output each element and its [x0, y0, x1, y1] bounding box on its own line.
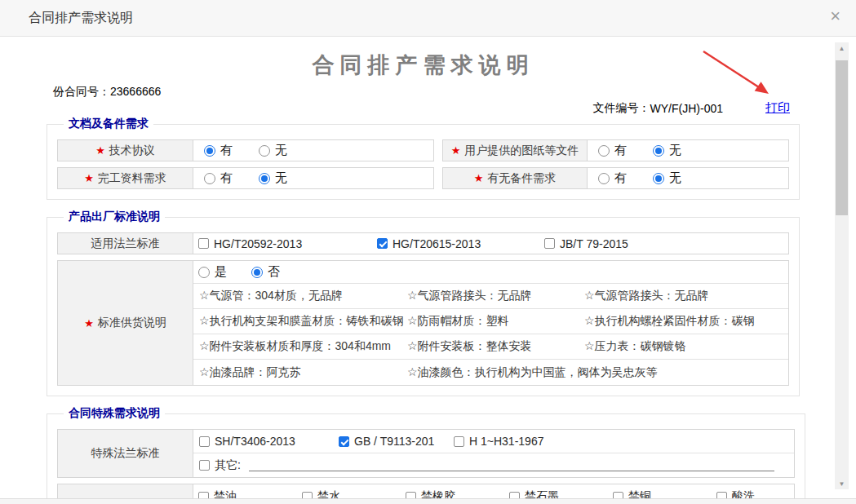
- supply-detail-item: ☆防雨帽材质：塑料: [407, 314, 584, 329]
- section-special-legend: 合同特殊需求说明: [64, 406, 165, 421]
- supply-detail-row: ☆油漆品牌：阿克苏 ☆油漆颜色：执行机构为中国蓝，阀体为吴忠灰等: [193, 360, 788, 385]
- scroll-up-icon[interactable]: ▲: [835, 42, 849, 54]
- radio-label: 有: [614, 143, 627, 158]
- radio-label: 有: [220, 143, 233, 158]
- radio-icon[interactable]: [259, 145, 270, 157]
- radio-option-no[interactable]: 无: [653, 170, 681, 186]
- row-value-cell: HG/T20592-2013 HG/T20615-2013 JB/T 79-20…: [193, 233, 788, 254]
- radio-icon[interactable]: [598, 145, 610, 157]
- checkbox-option[interactable]: GB / T9113-201: [339, 435, 454, 448]
- checkbox-option[interactable]: JB/T 79-2015: [544, 237, 628, 250]
- radio-label: 是: [215, 264, 227, 280]
- row-value-cell: 有 无: [588, 168, 788, 188]
- radio-icon[interactable]: [204, 173, 215, 184]
- checkbox-icon[interactable]: [199, 460, 210, 471]
- radio-icon[interactable]: [598, 173, 610, 184]
- row-label-cell: ★ 技术协议: [58, 140, 193, 161]
- required-star: ★: [84, 317, 94, 329]
- contract-number-label: 份合同号：: [53, 85, 110, 98]
- checkbox-option[interactable]: SH/T3406-2013: [199, 435, 339, 448]
- supply-detail-item: ☆压力表：碳钢镀铬: [584, 339, 788, 354]
- row-label-cell: 适用法兰标准: [58, 233, 193, 254]
- row-value-cell: 有 无: [193, 168, 433, 188]
- checkbox-icon[interactable]: [544, 238, 555, 249]
- row-label: 有无备件需求: [487, 171, 556, 186]
- radio-option-no[interactable]: 无: [653, 143, 681, 158]
- radio-option-yes[interactable]: 有: [598, 170, 627, 186]
- radio-label: 有: [220, 170, 233, 186]
- scrollbar-thumb[interactable]: [836, 60, 848, 215]
- dialog-titlebar: 合同排产需求说明 ×: [0, 0, 856, 37]
- checkbox-icon[interactable]: [454, 436, 464, 447]
- radio-icon[interactable]: [259, 173, 270, 184]
- section-standards: 产品出厂标准说明 适用法兰标准 HG/T20592-2013 HG/T20615…: [47, 210, 800, 396]
- supply-detail-item: ☆执行机构螺栓紧固件材质：碳钢: [584, 314, 788, 329]
- row-label: 适用法兰标准: [91, 237, 160, 251]
- checkbox-option-other[interactable]: 其它:: [199, 458, 241, 473]
- checkbox-icon[interactable]: [199, 436, 210, 447]
- row-value-cell: 有 无: [588, 140, 788, 161]
- supply-detail-item: ☆执行机构支架和膜盖材质：铸铁和碳钢: [199, 314, 407, 329]
- radio-icon[interactable]: [204, 145, 215, 157]
- supply-detail-item: ☆油漆品牌：阿克苏: [199, 365, 407, 380]
- radio-option-no[interactable]: 无: [259, 170, 287, 186]
- dialog-title: 合同排产需求说明: [29, 10, 133, 27]
- checkbox-icon[interactable]: [198, 238, 209, 249]
- row-label-cell: ★ 完工资料需求: [58, 168, 193, 188]
- radio-option-yes[interactable]: 有: [598, 143, 627, 158]
- checkbox-icon[interactable]: [339, 436, 349, 447]
- docs-row-completion-data: ★ 完工资料需求 有 无: [57, 167, 434, 189]
- print-link[interactable]: 打印: [765, 100, 790, 116]
- radio-option-no[interactable]: 否: [251, 264, 280, 280]
- checkbox-label: 其它:: [215, 458, 241, 473]
- radio-option-yes[interactable]: 有: [204, 170, 233, 186]
- section-docs: 文档及备件需求 ★ 技术协议 有 无 ★ 用户提供的图纸等文件 有: [47, 117, 800, 200]
- checkbox-label: SH/T3406-2013: [215, 435, 295, 448]
- contract-number-value: 23666666: [110, 85, 161, 98]
- other-input-line[interactable]: [249, 460, 774, 471]
- close-icon[interactable]: ×: [830, 7, 840, 25]
- special-flange-block: 特殊法兰标准 SH/T3406-2013 GB / T9113-201 H 1~…: [57, 429, 795, 478]
- radio-option-yes[interactable]: 有: [204, 143, 233, 158]
- checkbox-option[interactable]: HG/T20592-2013: [198, 237, 351, 250]
- radio-icon[interactable]: [653, 145, 664, 157]
- special-flange-content: SH/T3406-2013 GB / T9113-201 H 1~H31-196…: [193, 430, 794, 477]
- docs-row-spare-parts: ★ 有无备件需求 有 无: [442, 167, 789, 189]
- required-star: ★: [95, 144, 105, 157]
- radio-label: 无: [275, 170, 287, 186]
- form-body: 合同排产需求说明 份合同号：23666666 文件编号：WY/F(JH)-001…: [47, 37, 800, 504]
- radio-option-no[interactable]: 无: [259, 143, 287, 158]
- checkbox-option[interactable]: H 1~H31-1967: [454, 435, 543, 448]
- supply-detail-item: ☆附件安装板材质和厚度：304和4mm: [199, 339, 407, 354]
- radio-label: 否: [268, 264, 280, 280]
- special-flange-options-row: SH/T3406-2013 GB / T9113-201 H 1~H31-196…: [193, 430, 794, 453]
- checkbox-label: JB/T 79-2015: [560, 237, 628, 250]
- checkbox-option[interactable]: HG/T20615-2013: [377, 237, 518, 250]
- radio-option-yes[interactable]: 是: [198, 264, 227, 280]
- radio-icon[interactable]: [251, 267, 263, 278]
- vertical-scrollbar[interactable]: ▲ ▼: [835, 42, 849, 489]
- section-special: 合同特殊需求说明 特殊法兰标准 SH/T3406-2013 GB / T9113…: [47, 406, 805, 504]
- section-standards-legend: 产品出厂标准说明: [64, 210, 165, 224]
- scroll-down-icon[interactable]: ▼: [835, 478, 849, 489]
- required-star: ★: [84, 172, 94, 184]
- radio-label: 无: [669, 170, 681, 186]
- radio-icon[interactable]: [198, 267, 210, 278]
- supply-detail-item: ☆气源管路接头：无品牌: [584, 289, 788, 303]
- supply-detail-item: ☆气源管：304材质，无品牌: [199, 289, 407, 303]
- row-label: 完工资料需求: [98, 171, 166, 186]
- page-title: 合同排产需求说明: [47, 51, 800, 80]
- supply-yesno-row: 是 否: [193, 261, 788, 284]
- supply-detail-row: ☆气源管：304材质，无品牌 ☆气源管路接头：无品牌 ☆气源管路接头：无品牌: [193, 284, 788, 309]
- radio-label: 有: [614, 170, 627, 186]
- required-star: ★: [451, 144, 461, 157]
- supply-detail-item: ☆附件安装板：整体安装: [407, 339, 584, 354]
- standard-supply-block: ★ 标准供货说明 是 否 ☆气源管：304材质，无品牌 ☆气源管路接头：无品牌 …: [57, 260, 789, 386]
- doc-number-value: WY/F(JH)-001: [650, 102, 723, 115]
- checkbox-icon[interactable]: [377, 238, 388, 249]
- radio-icon[interactable]: [653, 173, 664, 184]
- dialog-bottom-edge: [0, 498, 856, 504]
- row-label: 特殊法兰标准: [91, 446, 160, 461]
- supply-detail-row: ☆执行机构支架和膜盖材质：铸铁和碳钢 ☆防雨帽材质：塑料 ☆执行机构螺栓紧固件材…: [193, 309, 788, 334]
- radio-label: 无: [669, 143, 681, 158]
